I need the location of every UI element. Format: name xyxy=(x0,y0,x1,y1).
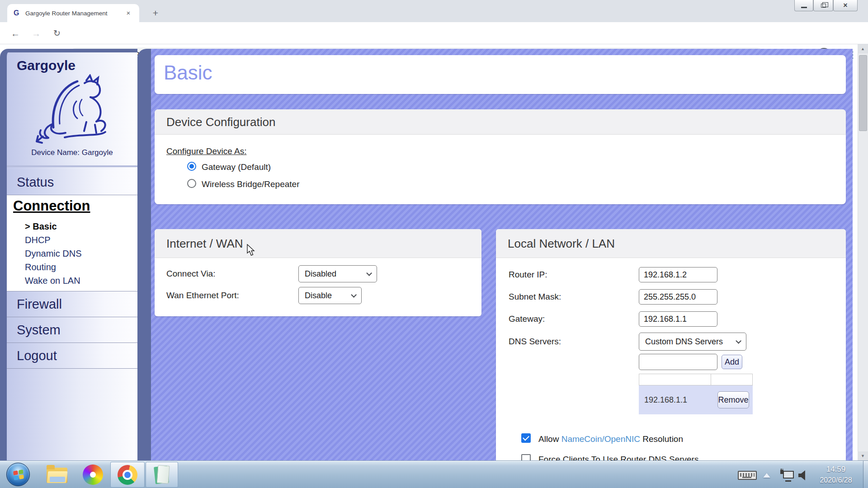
dns-select[interactable]: Custom DNS Servers xyxy=(639,333,746,351)
brand-title: Gargoyle xyxy=(17,58,75,73)
connect-via-select[interactable]: Disabled xyxy=(298,265,377,282)
radio-bridge[interactable] xyxy=(187,179,196,188)
browser-toolbar: ← → ↻ i 不安全 192.168.1.2/basic.sh G 文 ☆ ⋮ xyxy=(0,22,868,44)
sidebar-item-logout[interactable]: Logout xyxy=(7,343,137,369)
input-method-keyboard-icon[interactable] xyxy=(738,471,757,480)
minimize-icon xyxy=(801,7,807,8)
restore-icon xyxy=(821,4,826,8)
notepad-icon xyxy=(154,465,170,484)
gateway-label: Gateway: xyxy=(509,314,545,324)
volume-tray-icon[interactable] xyxy=(798,470,808,480)
sidebar-divider xyxy=(7,165,137,167)
explorer-icon[interactable] xyxy=(46,465,68,484)
chrome-taskbar-button[interactable] xyxy=(110,462,145,488)
wan-port-select[interactable]: Disable xyxy=(298,287,362,304)
chevron-down-icon xyxy=(351,292,357,298)
lan-header: Local Network / LAN xyxy=(496,229,846,258)
clock-time: 14:59 xyxy=(807,464,864,475)
gateway-input[interactable] xyxy=(639,311,717,327)
window-minimize-button[interactable] xyxy=(794,0,813,11)
sidebar-item-firewall[interactable]: Firewall xyxy=(7,291,137,317)
dns-select-value: Custom DNS Servers xyxy=(645,337,723,347)
scrollbar-down-icon[interactable]: ▼ xyxy=(858,451,868,460)
notepad-taskbar-button[interactable] xyxy=(146,462,178,488)
sidebar-item-routing[interactable]: Routing xyxy=(25,262,56,272)
dns-table-header-cell xyxy=(639,374,711,385)
start-button[interactable] xyxy=(6,463,30,486)
sidebar-item-status[interactable]: Status xyxy=(7,169,137,195)
allow-suffix: Resolution xyxy=(640,434,683,444)
wan-port-label: Wan Ethernet Port: xyxy=(166,291,239,300)
new-tab-button[interactable]: + xyxy=(149,7,162,20)
sidebar: Gargoyle Device Name: Gargoyle Status Co… xyxy=(0,49,137,460)
dns-entry-ip: 192.168.1.1 xyxy=(644,385,687,414)
mouse-cursor xyxy=(246,244,257,257)
windows-flag-icon xyxy=(13,469,24,480)
browser-tab[interactable]: G Gargoyle Router Management × xyxy=(7,4,139,22)
gargoyle-logo-icon xyxy=(33,74,111,146)
sidebar-item-dhcp[interactable]: DHCP xyxy=(25,235,51,245)
namecoin-link[interactable]: NameCoin/OpenNIC xyxy=(561,434,640,444)
reload-icon[interactable]: ↻ xyxy=(51,27,63,40)
lan-card: Local Network / LAN Router IP: Subnet Ma… xyxy=(496,229,846,464)
radio-gateway-label[interactable]: Gateway (Default) xyxy=(202,162,271,172)
allow-namecoin-checkbox[interactable] xyxy=(521,433,531,443)
gargoyle-favicon-icon: G xyxy=(14,9,22,17)
remove-button[interactable]: Remove xyxy=(717,391,749,408)
network-tray-icon[interactable] xyxy=(780,470,794,482)
back-icon[interactable]: ← xyxy=(9,27,22,40)
allow-namecoin-label[interactable]: Allow NameCoin/OpenNIC Resolution xyxy=(538,434,683,444)
scrollbar-up-icon[interactable]: ▲ xyxy=(858,44,868,53)
sidebar-item-system[interactable]: System xyxy=(7,317,137,343)
chevron-down-icon xyxy=(366,270,372,276)
browser-tab-strip: G Gargoyle Router Management × + × xyxy=(0,0,868,22)
chrome-icon xyxy=(118,465,137,485)
taskbar-clock[interactable]: 14:59 2020/6/28 xyxy=(807,464,864,486)
dns-table-row: 192.168.1.1 Remove xyxy=(639,385,753,414)
tray-expand-icon[interactable] xyxy=(763,473,770,478)
router-ip-label: Router IP: xyxy=(509,270,547,280)
radio-bridge-label[interactable]: Wireless Bridge/Repeater xyxy=(202,179,299,189)
allow-prefix: Allow xyxy=(538,434,561,444)
page-title-card: Basic xyxy=(155,55,846,94)
sidebar-item-dynamic-dns[interactable]: Dynamic DNS xyxy=(25,249,82,259)
subnet-label: Subnet Mask: xyxy=(509,292,561,302)
add-button[interactable]: Add xyxy=(722,355,742,369)
wan-header: Internet / WAN xyxy=(155,229,481,258)
subnet-input[interactable] xyxy=(639,289,717,305)
pinwheel-app-icon[interactable] xyxy=(83,465,103,485)
router-ip-input[interactable] xyxy=(639,267,717,282)
connect-via-label: Connect Via: xyxy=(166,269,215,279)
chevron-down-icon xyxy=(736,338,741,344)
window-close-button[interactable]: × xyxy=(833,0,858,11)
forward-icon: → xyxy=(30,27,42,40)
clock-date: 2020/6/28 xyxy=(807,475,864,485)
window-restore-button[interactable] xyxy=(813,0,833,11)
sidebar-item-connection[interactable]: Connection xyxy=(13,198,90,214)
taskbar: 14:59 2020/6/28 xyxy=(0,460,868,488)
sidebar-item-wake-on-lan[interactable]: Wake on LAN xyxy=(25,276,80,286)
tab-close-icon[interactable]: × xyxy=(124,9,133,18)
dns-table-header-cell xyxy=(711,374,753,385)
wan-port-value: Disable xyxy=(305,291,332,300)
sidebar-section-connection: Connection > Basic DHCP Dynamic DNS Rout… xyxy=(7,195,137,291)
device-config-header: Device Configuration xyxy=(155,109,846,135)
page-title: Basic xyxy=(164,61,212,84)
wan-card: Internet / WAN Connect Via: Disabled Wan… xyxy=(155,229,481,316)
close-icon: × xyxy=(843,2,847,9)
dns-add-input[interactable] xyxy=(639,354,717,370)
connect-via-value: Disabled xyxy=(305,269,336,279)
device-config-card: Device Configuration Configure Device As… xyxy=(155,109,846,204)
sidebar-item-basic[interactable]: > Basic xyxy=(25,221,57,232)
radio-gateway[interactable] xyxy=(187,162,196,171)
tab-title: Gargoyle Router Management xyxy=(25,10,121,17)
configure-device-label: Configure Device As: xyxy=(166,146,246,156)
device-name-label: Device Name: Gargoyle xyxy=(7,148,137,157)
scrollbar-thumb[interactable] xyxy=(859,55,867,131)
content-left-border xyxy=(137,49,151,460)
dns-servers-label: DNS Servers: xyxy=(509,337,561,347)
show-desktop-button[interactable] xyxy=(863,461,868,488)
